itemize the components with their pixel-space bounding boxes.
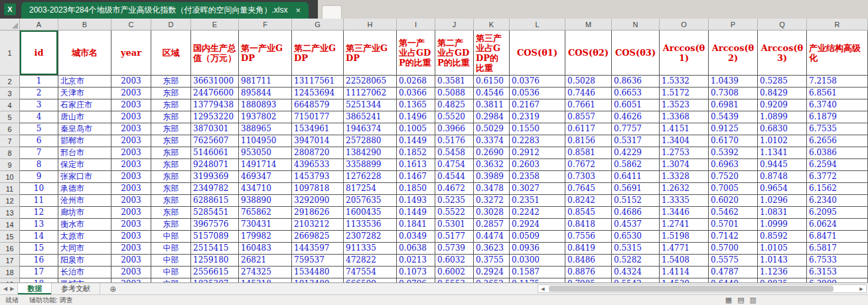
cell-N14[interactable]: 0.4537: [612, 219, 660, 231]
cell-J18[interactable]: 0.6002: [435, 267, 474, 278]
cell-O11[interactable]: 1.2632: [660, 183, 709, 195]
cell-C7[interactable]: 2003: [111, 135, 151, 147]
cell-K10[interactable]: 0.3989: [474, 171, 510, 183]
scroll-left-icon[interactable]: ◀: [538, 286, 547, 292]
column-header-F[interactable]: 第一产业GDP: [239, 30, 292, 76]
cell-C14[interactable]: 2003: [111, 219, 151, 231]
column-header-E[interactable]: 国内生产总值（万元）: [191, 30, 239, 76]
cell-N9[interactable]: 0.5862: [612, 159, 660, 171]
cell-P14[interactable]: 0.5701: [709, 219, 758, 231]
row-number-13[interactable]: 13: [0, 207, 20, 219]
sheet-tab-references[interactable]: 参考文献: [52, 283, 100, 294]
cell-J7[interactable]: 0.5176: [435, 135, 474, 147]
cell-D10[interactable]: 东部: [151, 171, 191, 183]
cell-L14[interactable]: 0.2924: [510, 219, 565, 231]
cell-H9[interactable]: 3358899: [344, 159, 397, 171]
cell-A2[interactable]: 1: [20, 76, 58, 88]
column-header-A[interactable]: id: [20, 30, 58, 76]
cell-L15[interactable]: 0.0509: [510, 231, 565, 243]
cell-I7[interactable]: 0.1449: [397, 135, 435, 147]
cell-I6[interactable]: 0.1005: [397, 123, 435, 135]
cell-E3[interactable]: 24476600: [191, 88, 239, 99]
cell-J13[interactable]: 0.5522: [435, 207, 474, 219]
row-number-14[interactable]: 14: [0, 219, 20, 231]
column-letter-D[interactable]: D: [151, 19, 191, 30]
cell-P18[interactable]: 0.4787: [709, 267, 758, 278]
cell-H15[interactable]: 2307282: [344, 231, 397, 243]
cell-P4[interactable]: 0.6981: [709, 99, 758, 111]
cell-M11[interactable]: 0.7645: [565, 183, 612, 195]
cell-B11[interactable]: 承德市: [58, 183, 111, 195]
cell-R4[interactable]: 6.3740: [807, 99, 868, 111]
close-tab-icon[interactable]: ×: [295, 5, 301, 15]
cell-C2[interactable]: 2003: [111, 76, 151, 88]
cell-F3[interactable]: 895844: [239, 88, 292, 99]
cell-B18[interactable]: 长治市: [58, 267, 111, 278]
cell-A8[interactable]: 7: [20, 147, 58, 159]
cell-N12[interactable]: 0.5152: [612, 195, 660, 207]
cell-B5[interactable]: 唐山市: [58, 111, 111, 123]
cell-B14[interactable]: 衡水市: [58, 219, 111, 231]
cell-J14[interactable]: 0.5301: [435, 219, 474, 231]
tab-nav-right-icon[interactable]: ▶: [10, 286, 14, 292]
cell-M14[interactable]: 0.8418: [565, 219, 612, 231]
cell-J16[interactable]: 0.5739: [435, 243, 474, 255]
tab-nav-left-icon[interactable]: ◀: [3, 286, 7, 292]
row-number-6[interactable]: 6: [0, 123, 20, 135]
cell-E17[interactable]: 1259180: [191, 255, 239, 267]
cell-P2[interactable]: 1.0439: [709, 76, 758, 88]
cell-O4[interactable]: 1.3523: [660, 99, 709, 111]
cell-F4[interactable]: 1880893: [239, 99, 292, 111]
cell-M15[interactable]: 0.7556: [565, 231, 612, 243]
cell-D9[interactable]: 东部: [151, 159, 191, 171]
cell-O2[interactable]: 1.5332: [660, 76, 709, 88]
cell-K17[interactable]: 0.3755: [474, 255, 510, 267]
cell-J10[interactable]: 0.4544: [435, 171, 474, 183]
cell-M10[interactable]: 0.7303: [565, 171, 612, 183]
cell-A7[interactable]: 6: [20, 135, 58, 147]
row-number-1[interactable]: 1: [0, 30, 20, 76]
cell-H6[interactable]: 1946374: [344, 123, 397, 135]
cell-A3[interactable]: 2: [20, 88, 58, 99]
cell-A6[interactable]: 5: [20, 123, 58, 135]
cell-K12[interactable]: 0.3272: [474, 195, 510, 207]
document-tab[interactable]: 2003-2023年284个地级市产业高级化指数（付凌晖的空间向量夹角）.xls…: [21, 2, 309, 19]
cell-H2[interactable]: 22528065: [344, 76, 397, 88]
row-number-3[interactable]: 3: [0, 88, 20, 99]
cell-J6[interactable]: 0.3966: [435, 123, 474, 135]
cell-C9[interactable]: 2003: [111, 159, 151, 171]
cell-G6[interactable]: 1534961: [292, 123, 344, 135]
row-number-8[interactable]: 8: [0, 147, 20, 159]
cell-B3[interactable]: 天津市: [58, 88, 111, 99]
cell-G7[interactable]: 3947014: [292, 135, 344, 147]
cell-C11[interactable]: 2003: [111, 183, 151, 195]
cell-E8[interactable]: 5146061: [191, 147, 239, 159]
cell-I3[interactable]: 0.0366: [397, 88, 435, 99]
column-letter-M[interactable]: M: [565, 19, 612, 30]
cell-G10[interactable]: 1453793: [292, 171, 344, 183]
cell-C10[interactable]: 2003: [111, 171, 151, 183]
cell-D4[interactable]: 东部: [151, 99, 191, 111]
column-header-I[interactable]: 第一产业占GDP的比重: [397, 30, 435, 76]
cell-G8[interactable]: 2808720: [292, 147, 344, 159]
cell-D15[interactable]: 中部: [151, 231, 191, 243]
cell-G2[interactable]: 13117561: [292, 76, 344, 88]
cell-E12[interactable]: 6288615: [191, 195, 239, 207]
cell-N10[interactable]: 0.6411: [612, 171, 660, 183]
cell-R7[interactable]: 6.2656: [807, 135, 868, 147]
cell-R11[interactable]: 6.1562: [807, 183, 868, 195]
cell-M2[interactable]: 0.5028: [565, 76, 612, 88]
cell-Q13[interactable]: 1.0831: [758, 207, 807, 219]
cell-I12[interactable]: 0.1493: [397, 195, 435, 207]
cell-F5[interactable]: 1937802: [239, 111, 292, 123]
cell-D14[interactable]: 东部: [151, 219, 191, 231]
cell-M4[interactable]: 0.7661: [565, 99, 612, 111]
cell-C13[interactable]: 2003: [111, 207, 151, 219]
cell-O10[interactable]: 1.3328: [660, 171, 709, 183]
cell-Q16[interactable]: 1.0105: [758, 243, 807, 255]
cell-P13[interactable]: 0.5462: [709, 207, 758, 219]
cell-C4[interactable]: 2003: [111, 99, 151, 111]
cell-Q6[interactable]: 0.6830: [758, 123, 807, 135]
sheet-tab-data[interactable]: 数据: [17, 283, 52, 294]
cell-B15[interactable]: 太原市: [58, 231, 111, 243]
